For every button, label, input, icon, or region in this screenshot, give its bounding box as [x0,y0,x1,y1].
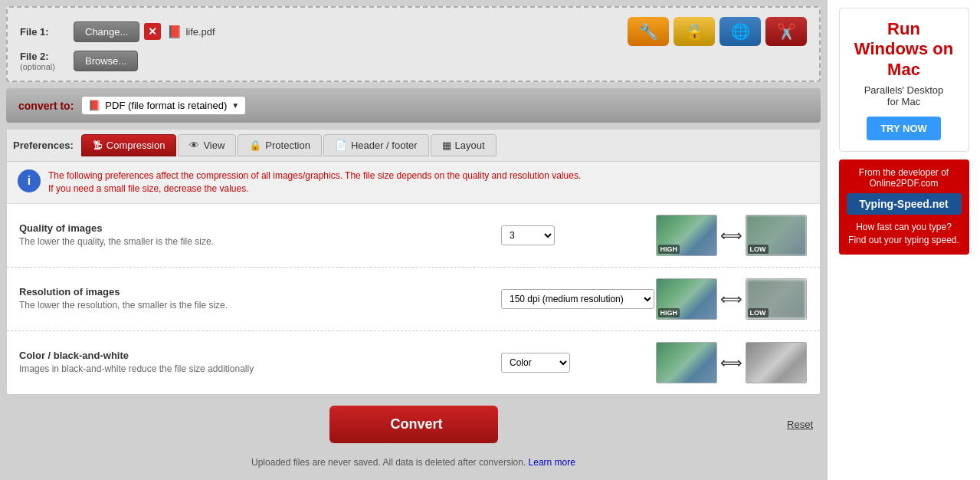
learn-more-link[interactable]: Learn more [529,457,575,468]
resolution-high-img: HIGH [656,278,717,320]
info-line1: The following preferences affect the com… [48,169,581,182]
file2-row: File 2: (optional) Browse... [20,51,807,71]
quality-preview: HIGH ⟺ LOW [656,215,807,256]
resolution-preview: HIGH ⟺ LOW [656,278,807,320]
right-sidebar: Run Windows on Mac Parallels' Desktop fo… [827,0,980,480]
lock-icon-button[interactable]: 🔒 [674,17,715,46]
file1-label: File 1: [20,26,74,38]
preferences-header: Preferences: 🗜 Compression 👁 View 🔒 Prot… [7,130,820,162]
file2-optional: (optional) [20,62,74,71]
preferences-section: Preferences: 🗜 Compression 👁 View 🔒 Prot… [6,129,821,395]
convert-button[interactable]: Convert [329,406,498,443]
toolbar-icons: 🔧 🔒 🌐 ✂️ [628,17,807,46]
quality-row: Quality of images The lower the quality,… [7,204,820,268]
product-line2: Find out your typing speed. [847,234,962,247]
convert-to-row: convert to: 📕 PDF (file format is retain… [6,88,821,123]
change-button[interactable]: Change... [74,21,139,42]
resolution-low-img: LOW [746,278,807,320]
pdf-format-icon: 📕 [88,100,100,111]
format-select[interactable]: 📕 PDF (file format is retained) ▼ [81,96,246,115]
info-line2: If you need a small file size, decrease … [48,182,581,196]
resolution-desc: The lower the resolution, the smaller is… [19,300,501,312]
preferences-label: Preferences: [13,140,74,151]
scissors-icon-button[interactable]: ✂️ [765,17,807,46]
ad-brand: Parallels' Desktop [851,84,958,96]
color-desc: Images in black-and-white reduce the fil… [19,363,501,376]
convert-to-label: convert to: [18,100,74,112]
file1-row: File 1: Change... ✕ 📕 life.pdf 🔧 🔒 🌐 ✂️ [20,17,807,46]
quality-select[interactable]: 1234 5678910 [501,225,555,245]
tab-protection[interactable]: 🔒 Protection [238,134,322,156]
file-area: File 1: Change... ✕ 📕 life.pdf 🔧 🔒 🌐 ✂️ … [6,6,821,82]
tools-icon-button[interactable]: 🔧 [628,17,669,46]
color-bw-img [746,342,807,383]
pdf-icon: 📕 [167,25,182,39]
quality-title: Quality of images [19,222,501,234]
view-icon: 👁 [189,140,199,151]
convert-section: Convert Reset [6,395,821,454]
globe-icon-button[interactable]: 🌐 [719,17,761,46]
delete-file-button[interactable]: ✕ [144,23,161,40]
browse-button[interactable]: Browse... [74,51,138,71]
format-value: PDF (file format is retained) [105,100,227,111]
reset-link[interactable]: Reset [787,419,813,430]
resolution-select[interactable]: 72 dpi (low resolution) 150 dpi (medium … [501,289,654,309]
chevron-down-icon: ▼ [231,101,239,110]
quality-desc: The lower the quality, the smaller is th… [19,236,501,248]
color-title: Color / black-and-white [19,350,501,361]
arrow-right-icon3: ⟺ [720,353,742,372]
tab-compression[interactable]: 🗜 Compression [81,134,177,156]
arrow-right-icon: ⟺ [720,226,742,245]
color-preview: ⟺ [656,342,807,383]
color-row: Color / black-and-white Images in black-… [7,331,820,394]
tab-view[interactable]: 👁 View [178,134,236,156]
product-name[interactable]: Typing-Speed.net [847,193,962,215]
tab-header-footer[interactable]: 📄 Header / footer [323,134,429,156]
compression-icon: 🗜 [93,140,103,151]
layout-icon: ▦ [442,140,451,151]
resolution-title: Resolution of images [19,286,501,298]
dev-site: Online2PDF.com [847,178,962,189]
arrow-right-icon2: ⟺ [720,290,742,308]
info-icon: i [18,169,41,192]
file2-label: File 2: [20,51,74,62]
try-now-button[interactable]: TRY NOW [867,117,941,140]
ad-main: Run Windows on Mac Parallels' Desktop fo… [839,8,969,152]
quality-low-img: LOW [746,215,807,256]
header-footer-icon: 📄 [335,140,347,151]
product-line1: How fast can you type? [847,221,962,234]
color-high-img [656,342,717,383]
bottom-note: Uploaded files are never saved. All data… [6,454,821,471]
protection-icon: 🔒 [249,140,261,151]
ad-title: Run Windows on Mac [851,19,958,80]
resolution-row: Resolution of images The lower the resol… [7,268,820,331]
tab-layout[interactable]: ▦ Layout [431,134,497,156]
quality-high-img: HIGH [656,215,717,256]
ad-secondary: From the developer of Online2PDF.com Typ… [839,159,969,255]
ad-for: for Mac [851,96,958,107]
color-select[interactable]: Color Grayscale Black-and-white [501,353,570,373]
dev-label: From the developer of [847,167,962,178]
info-box: i The following preferences affect the c… [7,162,820,204]
file1-name: life.pdf [185,26,215,38]
